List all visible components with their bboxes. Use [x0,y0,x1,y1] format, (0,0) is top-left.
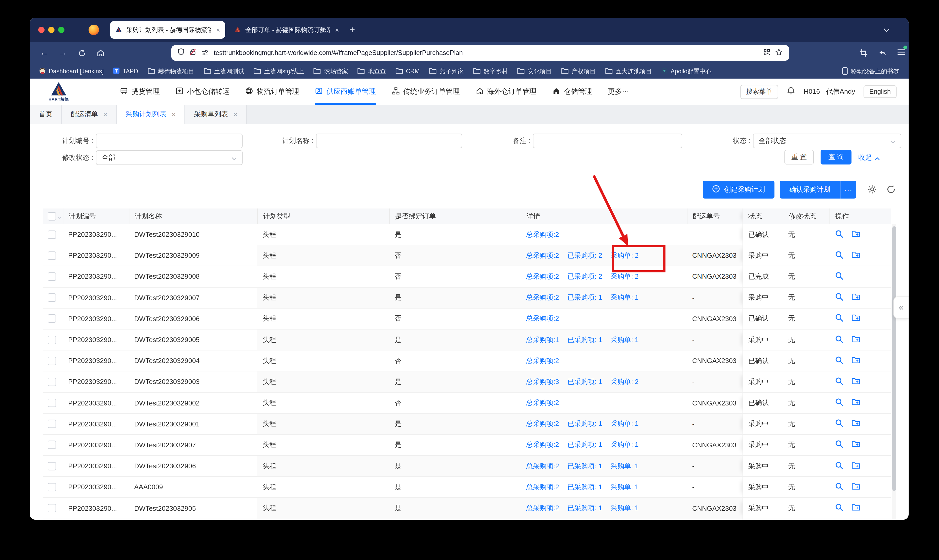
tab-close-icon[interactable]: × [216,26,220,34]
search-icon[interactable] [835,334,844,345]
detail-link[interactable]: 总采购项:3 [526,377,559,387]
bookmark-mobile-item[interactable]: 移动设备上的书签 [842,67,899,76]
detail-link[interactable]: 总采购项:2 [526,398,559,408]
nav-item-entry[interactable]: 小包仓储转运 [175,78,229,105]
detail-link[interactable]: 已采购项: 2 [568,272,602,281]
close-window-button[interactable] [38,27,45,33]
detail-link[interactable]: 总采购项:1 [526,335,559,345]
bookmark-item[interactable]: Dashboard [Jenkins] [39,68,104,75]
language-button[interactable]: English [864,85,897,98]
row-checkbox[interactable] [48,441,56,449]
detail-link[interactable]: 总采购项:2 [526,461,559,471]
bookmark-item[interactable]: 燕子到家 [429,67,464,75]
tab-close-icon[interactable]: × [103,110,107,118]
row-checkbox[interactable] [48,378,56,386]
nav-item-entry[interactable]: 海外仓订单管理 [476,78,537,105]
row-checkbox[interactable] [48,230,56,238]
row-checkbox[interactable] [48,420,56,428]
folder-add-icon[interactable] [851,398,860,408]
detail-link[interactable]: 总采购项:2 [526,293,559,302]
confirm-plan-button[interactable]: 确认采购计划 ··· [780,181,856,198]
refresh-icon[interactable] [886,185,897,195]
bookmark-item[interactable]: 赫德物流项目 [148,67,194,75]
browser-tab-active[interactable]: 采购计划列表 - 赫德国际物流管理系 × [110,21,225,39]
browser-tab-inactive[interactable]: 全部订单 - 赫德国际物流订舱系统 × [229,21,344,39]
plan-no-input[interactable] [96,134,243,148]
screenshot-icon[interactable] [856,42,871,64]
folder-add-icon[interactable] [851,483,860,492]
bookmark-item[interactable]: 土流网stg/线上 [254,67,304,75]
tab-close-icon[interactable]: × [172,110,175,118]
new-tab-button[interactable]: + [349,23,355,37]
folder-add-icon[interactable] [851,377,860,387]
bookmark-item[interactable]: Apollo配置中心 [661,67,711,75]
detail-link[interactable]: 已采购项: 1 [568,293,602,302]
nav-item-entry[interactable]: 传统业务订单管理 [392,78,460,105]
permissions-toggle-icon[interactable] [201,48,209,58]
search-icon[interactable] [835,461,844,471]
detail-link[interactable]: 总采购项:2 [526,356,559,365]
remark-input[interactable] [533,134,682,148]
row-checkbox[interactable] [48,335,56,344]
collapse-panel-handle[interactable]: « [893,297,908,318]
search-icon[interactable] [835,398,844,408]
search-icon[interactable] [835,251,844,261]
detail-link[interactable]: 采购单: 1 [611,461,639,471]
modify-status-select[interactable]: 全部 [96,150,243,165]
gear-icon[interactable] [867,185,878,195]
detail-link[interactable]: 采购单: 1 [611,419,639,429]
bookmark-item[interactable]: 农场管家 [313,67,348,75]
folder-add-icon[interactable] [851,356,860,365]
row-checkbox[interactable] [48,272,56,281]
page-tab[interactable]: 配运清单× [62,105,117,124]
search-icon[interactable] [835,314,844,324]
bookmark-item[interactable]: TAPD [113,68,139,75]
bookmark-item[interactable]: CRM [396,68,419,75]
chevron-down-icon[interactable] [58,212,62,220]
detail-link[interactable]: 采购单: 1 [611,483,639,492]
bookmark-item[interactable]: 数字乡村 [473,67,508,75]
folder-add-icon[interactable] [851,503,860,513]
search-icon[interactable] [835,440,844,450]
row-checkbox[interactable] [48,251,56,260]
search-icon[interactable] [835,482,844,492]
detail-link[interactable]: 已采购项: 1 [568,335,602,345]
tab-close-icon[interactable]: × [233,110,237,118]
tab-list-chevron-down-icon[interactable] [884,25,890,34]
detail-link[interactable]: 采购单: 1 [611,293,639,302]
bookmark-item[interactable]: 五大连池项目 [605,67,652,75]
home-button[interactable] [93,42,108,64]
nav-item-active[interactable]: 供应商账单管理 [315,78,376,105]
search-icon[interactable] [835,355,844,366]
search-icon[interactable] [835,419,844,429]
row-checkbox[interactable] [48,483,56,491]
select-all-checkbox[interactable] [48,212,56,220]
scrollbar-track[interactable] [892,224,896,520]
bell-icon[interactable] [786,86,795,97]
page-tab-active[interactable]: 采购计划列表× [117,105,185,124]
forward-button[interactable]: → [55,42,71,64]
search-icon[interactable] [835,377,844,387]
detail-link[interactable]: 总采购项:2 [526,483,559,492]
bookmark-item[interactable]: 产权项目 [561,67,596,75]
folder-add-icon[interactable] [851,230,860,239]
zoom-window-button[interactable] [58,27,65,33]
collapse-filters-link[interactable]: 收起 [858,153,880,162]
search-icon[interactable] [835,503,844,513]
row-checkbox[interactable] [48,293,56,302]
row-checkbox[interactable] [48,357,56,365]
detail-link[interactable]: 已采购项: 1 [568,377,602,387]
qr-code-icon[interactable] [764,48,770,58]
plan-name-input[interactable] [316,134,462,148]
detail-link[interactable]: 采购单: 1 [611,440,639,450]
folder-add-icon[interactable] [851,461,860,471]
bookmark-item[interactable]: 地查查 [357,67,386,75]
detail-link[interactable]: 采购单: 2 [611,272,639,281]
detail-link[interactable]: 总采购项:2 [526,440,559,450]
search-icon[interactable] [835,292,844,303]
reload-button[interactable] [74,42,89,64]
shield-icon[interactable] [178,48,185,58]
folder-add-icon[interactable] [851,335,860,345]
detail-link[interactable]: 采购单: 1 [611,335,639,345]
detail-link[interactable]: 总采购项:2 [526,272,559,281]
